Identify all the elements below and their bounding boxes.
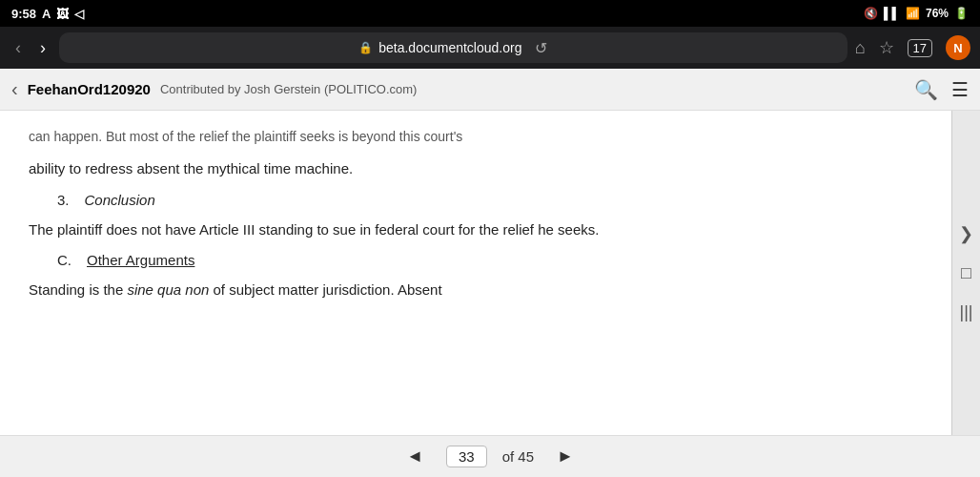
redress-paragraph: ability to redress absent the mythical t… — [29, 156, 923, 181]
status-bar: 9:58 A 🖼 ◁ 🔇 ▌▌ 📶 76% 🔋 — [0, 0, 980, 27]
bookmarks-icon[interactable]: ☆ — [879, 37, 894, 58]
doc-header: ‹ FeehanOrd120920 Contributed by Josh Ge… — [0, 69, 980, 111]
other-args-paragraph: Standing is the sine qua non of subject … — [29, 278, 923, 302]
section-c-title: Other Arguments — [87, 252, 194, 268]
indicator-signal: ◁ — [74, 7, 84, 21]
reload-icon[interactable]: ↺ — [535, 39, 547, 57]
wifi-icon: 📶 — [906, 7, 920, 20]
doc-contributor: Contributed by Josh Gerstein (POLITICO.c… — [160, 82, 914, 96]
lock-icon: 🔒 — [358, 41, 373, 54]
page-total: of 45 — [502, 448, 534, 465]
indicator-img: 🖼 — [56, 7, 69, 21]
other-args-text-1: Standing is the — [29, 281, 127, 298]
battery-icon: 🔋 — [954, 7, 969, 20]
panel-lines-icon[interactable]: ||| — [959, 302, 972, 322]
right-panel: ❯ □ ||| — [951, 111, 980, 435]
back-button[interactable]: ‹ — [10, 38, 27, 58]
prev-page-button[interactable]: ◄ — [398, 446, 431, 467]
tab-count[interactable]: 17 — [908, 39, 932, 57]
mute-icon: 🔇 — [864, 7, 878, 20]
section-3-title: Conclusion — [85, 192, 155, 208]
time: 9:58 — [11, 7, 36, 21]
status-left: 9:58 A 🖼 ◁ — [11, 7, 84, 21]
next-page-button[interactable]: ► — [549, 446, 582, 467]
browser-chrome: ‹ › 🔒 beta.documentcloud.org ↺ ⌂ ☆ 17 N — [0, 27, 980, 69]
battery-pct: 76% — [926, 7, 949, 20]
conclusion-paragraph: The plaintiff does not have Article III … — [29, 218, 923, 242]
panel-handle-icon[interactable]: ❯ — [959, 223, 973, 244]
section-c-num: C. — [57, 252, 71, 268]
main-content: can happen. But most of the relief the p… — [0, 111, 980, 435]
section-3-num: 3. — [57, 192, 70, 208]
section-3-heading: 3. Conclusion — [29, 192, 923, 208]
current-page-box[interactable]: 33 — [446, 446, 487, 467]
other-args-text-2: of subject matter jurisdiction. Absent — [209, 281, 441, 298]
url-text: beta.documentcloud.org — [378, 40, 521, 55]
panel-square-icon[interactable]: □ — [961, 263, 971, 283]
profile-badge[interactable]: N — [946, 35, 970, 60]
section-c-heading: C. Other Arguments — [29, 252, 923, 268]
cellular-icon: ▌▌ — [884, 7, 900, 20]
browser-actions: ⌂ ☆ 17 N — [855, 35, 970, 60]
bottom-nav: ◄ 33 of 45 ► — [0, 435, 980, 477]
forward-button[interactable]: › — [34, 38, 51, 58]
status-right: 🔇 ▌▌ 📶 76% 🔋 — [864, 7, 969, 20]
home-icon[interactable]: ⌂ — [855, 38, 866, 58]
faded-text: can happen. But most of the relief the p… — [29, 126, 923, 147]
indicator-a: A — [42, 7, 51, 21]
doc-title: FeehanOrd120920 — [28, 81, 151, 97]
doc-search-icon[interactable]: 🔍 — [914, 78, 938, 101]
sine-qua-non: sine qua non — [127, 281, 209, 298]
doc-page: can happen. But most of the relief the p… — [0, 111, 951, 435]
doc-back-button[interactable]: ‹ — [11, 78, 18, 100]
doc-menu-icon[interactable]: ☰ — [951, 78, 969, 101]
address-bar[interactable]: 🔒 beta.documentcloud.org ↺ — [59, 32, 847, 63]
